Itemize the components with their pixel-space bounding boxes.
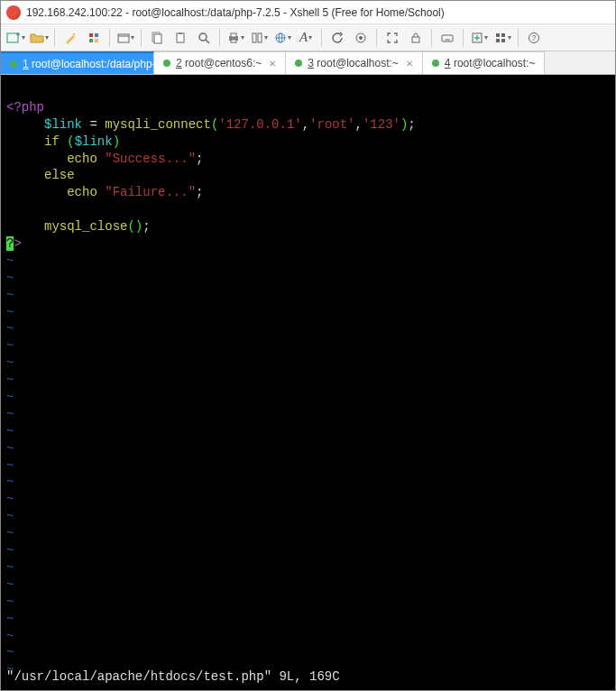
open-button[interactable]: ▾: [28, 27, 50, 49]
status-dot-icon: [163, 60, 170, 67]
tab-close-icon[interactable]: ✕: [406, 59, 413, 69]
cut-icon[interactable]: [146, 27, 168, 49]
toolbar-separator: [141, 29, 142, 47]
new-session-button[interactable]: ▾: [5, 27, 26, 49]
vim-tilde: ~: [6, 577, 14, 592]
tab-session-4[interactable]: 4 root@localhost:~: [423, 51, 546, 74]
print-button[interactable]: ▾: [225, 27, 246, 49]
vim-tilde: ~: [6, 441, 14, 456]
status-dot-icon: [295, 60, 302, 67]
code-string: '127.0.0.1': [218, 117, 301, 132]
xshell-app-icon: [6, 5, 21, 20]
svg-rect-4: [89, 33, 93, 37]
find-icon[interactable]: [193, 27, 215, 49]
toolbar-separator: [109, 29, 110, 47]
status-dot-icon: [432, 60, 439, 67]
svg-rect-13: [179, 32, 182, 34]
code-op: =: [89, 117, 97, 132]
code-keyword: echo: [67, 185, 97, 199]
vim-tilde: ~: [6, 390, 14, 404]
code-keyword: if: [44, 134, 60, 149]
toolbar-separator: [518, 29, 519, 47]
svg-rect-5: [95, 33, 98, 37]
tab-close-icon[interactable]: ✕: [269, 59, 276, 69]
tab-label: root@localhost:~: [454, 57, 536, 69]
vim-tilde: ~: [6, 355, 14, 370]
svg-rect-17: [231, 33, 236, 37]
title-bar: 192.168.242.100:22 - root@localhost:/dat…: [1, 1, 615, 24]
vim-tilde: ~: [6, 645, 14, 659]
tab-bar: 1 root@localhost:/data/php-... ✕ 2 root@…: [1, 51, 615, 75]
code-string: '123': [363, 117, 400, 132]
code-keyword: else: [44, 168, 75, 182]
code-keyword: echo: [67, 152, 97, 166]
vim-tilde: ~: [6, 253, 14, 268]
toolbar-separator: [54, 29, 55, 47]
keyboard-icon[interactable]: [437, 27, 458, 49]
svg-rect-27: [442, 35, 453, 41]
vim-tilde: ~: [6, 458, 14, 473]
code-func: mysqli_connect: [105, 117, 211, 132]
vim-tilde: ~: [6, 288, 14, 302]
vim-tilde: ~: [6, 594, 14, 609]
code-string: "Success...": [105, 152, 196, 166]
toolbar-separator: [463, 29, 464, 47]
vim-tilde: ~: [6, 424, 14, 438]
svg-rect-37: [496, 39, 500, 42]
layout-button[interactable]: ▾: [492, 27, 513, 49]
fullscreen-icon[interactable]: [382, 27, 403, 49]
toolbar-separator: [376, 29, 377, 47]
columns-button[interactable]: ▾: [248, 27, 270, 49]
tab-session-1[interactable]: 1 root@localhost:/data/php-... ✕: [1, 51, 154, 74]
copy-icon[interactable]: [170, 27, 191, 49]
code-variable: $link: [75, 134, 113, 149]
help-icon[interactable]: ?: [523, 27, 545, 49]
svg-rect-20: [258, 33, 262, 42]
svg-rect-12: [177, 33, 184, 42]
vim-tilde: ~: [6, 373, 14, 387]
svg-text:?: ?: [531, 33, 536, 42]
svg-rect-18: [231, 40, 236, 42]
globe-button[interactable]: ▾: [271, 27, 293, 49]
code-php-open: <?php: [6, 100, 44, 115]
svg-line-15: [206, 40, 209, 43]
tab-label: root@localhost:/data/php-...: [32, 58, 165, 70]
svg-rect-11: [154, 34, 161, 43]
target-icon[interactable]: [350, 27, 372, 49]
font-button[interactable]: A ▾: [295, 27, 317, 49]
status-dot-icon: [10, 60, 17, 68]
tab-accelerator: 1: [23, 58, 29, 70]
terminal-view[interactable]: <?php $link = mysqli_connect('127.0.0.1'…: [1, 75, 615, 691]
add-tab-button[interactable]: ▾: [468, 27, 490, 49]
vim-tilde: ~: [6, 526, 14, 540]
svg-rect-35: [496, 33, 500, 37]
properties-button[interactable]: ▾: [115, 27, 136, 49]
svg-rect-6: [89, 39, 93, 42]
tab-session-3[interactable]: 3 root@localhost:~ ✕: [286, 51, 423, 74]
window-title: 192.168.242.100:22 - root@localhost:/dat…: [26, 6, 445, 19]
tab-close-icon[interactable]: ✕: [172, 59, 179, 69]
lock-icon[interactable]: [405, 27, 427, 49]
vim-tilde: ~: [6, 305, 14, 319]
vim-status-line: "/usr/local/apache/htdocs/test.php" 9L, …: [6, 668, 340, 686]
toolbar-separator: [431, 29, 432, 47]
svg-rect-38: [501, 39, 505, 42]
vim-tilde: ~: [6, 560, 14, 575]
vim-tilde: ~: [6, 492, 14, 506]
reconnect-icon[interactable]: [326, 27, 348, 49]
code-variable: $link: [44, 117, 82, 132]
code-string: "Failure...": [105, 185, 196, 199]
svg-rect-7: [95, 39, 98, 42]
wand-icon[interactable]: [60, 27, 81, 49]
svg-point-25: [359, 36, 363, 40]
tab-label: root@localhost:~: [317, 57, 399, 69]
vim-tilde: ~: [6, 338, 14, 353]
toolbar: ▾ ▾ ▾ ▾ ▾ ▾ A ▾: [1, 24, 615, 51]
code-func: mysql_close: [44, 219, 127, 234]
color-icon[interactable]: [83, 27, 105, 49]
vim-tilde: ~: [6, 271, 14, 285]
vim-tilde: ~: [6, 407, 14, 421]
code-php-close-gt: >: [14, 236, 21, 251]
svg-rect-19: [253, 33, 256, 42]
tab-accelerator: 3: [308, 57, 314, 69]
